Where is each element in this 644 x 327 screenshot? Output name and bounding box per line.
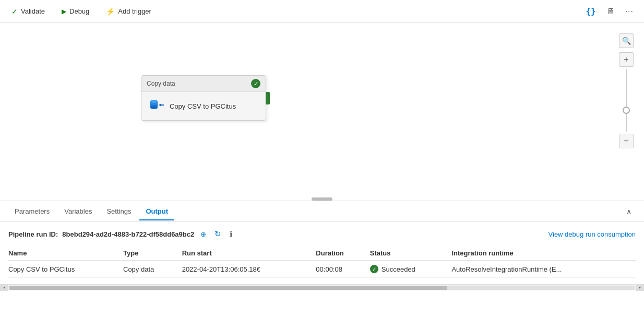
output-content: Pipeline run ID: 8bebd294-ad2d-4883-b722…	[0, 222, 644, 284]
minus-icon: −	[624, 136, 628, 146]
col-header-name: Name	[8, 246, 123, 261]
activity-name: Copy CSV to PGCitus	[170, 102, 236, 110]
col-header-run-start: Run start	[182, 246, 316, 261]
tab-variables[interactable]: Variables	[58, 203, 98, 220]
debug-button[interactable]: ▶ Debug	[58, 5, 92, 17]
add-trigger-button[interactable]: ⚡ Add trigger	[103, 5, 154, 18]
cell-status: ✓ Succeeded	[370, 261, 452, 278]
activity-header: Copy data ✓	[141, 76, 266, 92]
code-button[interactable]: {}	[583, 4, 598, 18]
activity-type-label: Copy data	[147, 80, 175, 87]
scrollbar-track	[9, 286, 635, 290]
status-label: Succeeded	[381, 265, 415, 273]
tab-output[interactable]: Output	[139, 203, 174, 220]
horizontal-scrollbar[interactable]: ◂ ▸	[0, 284, 644, 290]
code-braces-icon: {}	[586, 6, 595, 16]
status-success-icon: ✓	[370, 265, 378, 273]
refresh-icon: ↻	[214, 229, 221, 239]
debug-play-icon: ▶	[62, 8, 66, 15]
status-succeeded-container: ✓ Succeeded	[370, 265, 446, 273]
output-table: Name Type Run start Duration Status Inte…	[8, 246, 636, 278]
col-header-integration-runtime: Integration runtime	[451, 246, 636, 261]
tab-settings[interactable]: Settings	[100, 203, 137, 220]
pipeline-canvas: Copy data ✓	[0, 23, 644, 201]
svg-point-2	[150, 106, 158, 109]
col-header-type: Type	[123, 246, 182, 261]
ellipsis-icon: ···	[625, 7, 634, 16]
svg-point-5	[150, 102, 158, 105]
activity-node[interactable]: Copy data ✓	[141, 75, 266, 121]
toolbar-left: ✓ Validate ▶ Debug ⚡ Add trigger	[8, 5, 571, 18]
cell-name: Copy CSV to PGCitus	[8, 261, 123, 278]
add-trigger-label: Add trigger	[118, 7, 151, 15]
search-icon: 🔍	[622, 37, 631, 45]
panel-tabs: Parameters Variables Settings Output ∧	[0, 201, 644, 222]
zoom-controls: 🔍 + −	[619, 33, 634, 148]
scroll-left-button[interactable]: ◂	[0, 285, 8, 291]
table-body: Copy CSV to PGCitus Copy data 2022-04-20…	[8, 261, 636, 278]
activity-body: Copy CSV to PGCitus	[141, 92, 266, 120]
zoom-in-button[interactable]: +	[619, 52, 634, 67]
toolbar-right: {} 🖥 ···	[583, 4, 636, 18]
zoom-slider-thumb[interactable]	[623, 107, 630, 114]
refresh-button[interactable]: ↻	[212, 228, 223, 240]
cell-duration: 00:00:08	[316, 261, 369, 278]
more-options-button[interactable]: ···	[623, 5, 636, 18]
table-header-row: Name Type Run start Duration Status Inte…	[8, 246, 636, 261]
table-header: Name Type Run start Duration Status Inte…	[8, 246, 636, 261]
scrollbar-thumb[interactable]	[9, 286, 447, 290]
copy-data-icon	[149, 98, 164, 114]
info-icon: ℹ	[230, 230, 232, 238]
table-row[interactable]: Copy CSV to PGCitus Copy data 2022-04-20…	[8, 261, 636, 278]
monitor-button[interactable]: 🖥	[604, 5, 617, 18]
cell-run-start: 2022-04-20T13:06:05.18€	[182, 261, 316, 278]
canvas-search-button[interactable]: 🔍	[619, 33, 634, 48]
debug-label: Debug	[69, 7, 89, 15]
copy-icon: ⊕	[200, 230, 206, 238]
validate-label: Validate	[21, 7, 45, 15]
zoom-out-button[interactable]: −	[619, 134, 634, 148]
svg-marker-4	[159, 103, 164, 107]
main-toolbar: ✓ Validate ▶ Debug ⚡ Add trigger {} 🖥 ··…	[0, 0, 644, 23]
tab-parameters[interactable]: Parameters	[8, 203, 56, 220]
view-debug-link[interactable]: View debug run consumption	[548, 230, 636, 238]
plus-icon: +	[624, 55, 628, 64]
lightning-icon: ⚡	[106, 7, 115, 16]
copy-id-button[interactable]: ⊕	[198, 229, 208, 239]
bottom-panel: Parameters Variables Settings Output ∧ P…	[0, 201, 644, 290]
pipeline-run-id-value: 8bebd294-ad2d-4883-b722-df58dd6a9bc2	[62, 230, 194, 238]
activity-header-right: ✓	[251, 79, 260, 88]
zoom-slider-track	[626, 69, 627, 132]
pipeline-run-id-row: Pipeline run ID: 8bebd294-ad2d-4883-b722…	[8, 228, 636, 240]
col-header-status: Status	[370, 246, 452, 261]
cell-type: Copy data	[123, 261, 182, 278]
col-header-duration: Duration	[316, 246, 369, 261]
validate-check-icon: ✓	[11, 7, 18, 16]
chevron-up-icon: ∧	[626, 207, 631, 216]
monitor-icon: 🖥	[606, 7, 615, 16]
activity-success-icon: ✓	[251, 79, 260, 88]
activity-green-connector	[266, 92, 270, 104]
validate-button[interactable]: ✓ Validate	[8, 5, 48, 18]
scroll-right-button[interactable]: ▸	[636, 285, 644, 291]
info-button[interactable]: ℹ	[228, 229, 234, 239]
panel-collapse-button[interactable]: ∧	[622, 205, 636, 218]
zoom-slider[interactable]	[626, 69, 627, 132]
pipeline-run-id-label: Pipeline run ID:	[8, 230, 58, 238]
cell-integration-runtime: AutoResolveIntegrationRuntime (E...	[451, 261, 636, 278]
